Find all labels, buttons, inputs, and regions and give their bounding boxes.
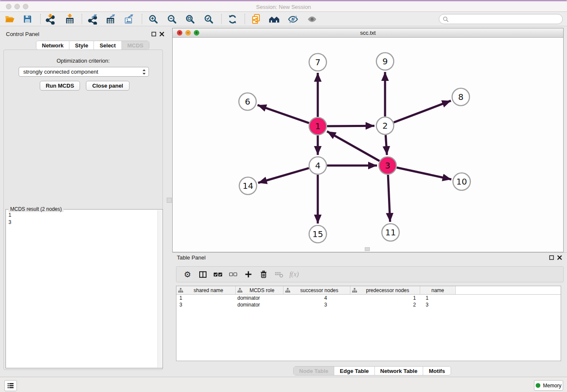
refresh-layout-button[interactable]: [226, 13, 239, 25]
graph-edge-3-10[interactable]: [397, 168, 451, 179]
graph-edge-2-8[interactable]: [394, 101, 451, 122]
tab-network[interactable]: Network: [36, 41, 69, 50]
tab-select[interactable]: Select: [94, 41, 121, 50]
cell-predecessor-nodes[interactable]: 1: [350, 295, 420, 301]
float-icon: [549, 255, 554, 260]
import-table-button[interactable]: [63, 13, 76, 25]
refresh-icon: [227, 14, 238, 25]
cell-successor-nodes[interactable]: 4: [284, 295, 350, 301]
search-input[interactable]: [451, 16, 559, 22]
deselect-all-button[interactable]: [226, 271, 241, 277]
task-history-button[interactable]: [4, 380, 17, 391]
criterion-dropdown[interactable]: strongly connected component: [19, 67, 149, 77]
cell-predecessor-nodes[interactable]: 2: [350, 301, 420, 308]
graph-node-label: 14: [242, 181, 253, 191]
homes-icon: [269, 14, 280, 25]
show-columns-button[interactable]: [195, 271, 210, 279]
cell-name[interactable]: 3: [420, 301, 456, 308]
graph-edge-3-1[interactable]: [327, 131, 380, 161]
delete-column-button[interactable]: [256, 271, 271, 278]
save-session-button[interactable]: [21, 13, 34, 25]
cell-mcds-role[interactable]: dominator: [236, 301, 284, 308]
table-panel-title: Table Panel: [177, 254, 206, 261]
show-all-networks-button[interactable]: [268, 13, 281, 25]
run-mcds-button[interactable]: Run MCDS: [40, 81, 80, 91]
table-close-button[interactable]: [557, 255, 562, 260]
tab-motifs[interactable]: Motifs: [423, 367, 450, 375]
memory-label: Memory: [543, 383, 561, 389]
export-network-button[interactable]: [86, 13, 99, 25]
cell-shared-name[interactable]: 1: [176, 295, 236, 301]
network-canvas[interactable]: 7968124314101511: [173, 38, 563, 252]
column-header-mcds-role[interactable]: MCDS role: [236, 286, 284, 295]
tab-style[interactable]: Style: [69, 41, 94, 50]
checked-boxes-icon: [213, 271, 223, 278]
open-session-button[interactable]: [3, 13, 16, 25]
graph-edge-2-3[interactable]: [385, 135, 387, 155]
control-panel: Control Panel Network Style Select MCDS …: [0, 26, 166, 377]
memory-button[interactable]: Memory: [534, 380, 563, 391]
import-network-icon: [45, 14, 56, 25]
zoom-selected-icon: [204, 14, 214, 25]
close-panel-button[interactable]: [160, 32, 164, 36]
column-header-name[interactable]: name: [420, 286, 456, 295]
header-spacer: [456, 286, 561, 295]
select-all-button[interactable]: [210, 271, 226, 278]
graph-edge-1-2[interactable]: [327, 126, 374, 126]
zoom-fit-button[interactable]: [184, 13, 196, 25]
graph-node-label: 11: [385, 227, 396, 237]
unchecked-boxes-icon: [229, 271, 237, 277]
result-scrollbar[interactable]: [157, 210, 162, 367]
clone-network-icon: [250, 14, 261, 25]
chevron-up-down-icon: [141, 68, 147, 76]
vertical-splitter-grip[interactable]: [167, 198, 172, 203]
cell-mcds-role[interactable]: dominator: [236, 295, 284, 301]
cell-shared-name[interactable]: 3: [176, 301, 236, 308]
graph-edge-1-6[interactable]: [258, 105, 309, 123]
tab-network-table[interactable]: Network Table: [374, 367, 423, 375]
zoom-out-button[interactable]: [165, 13, 178, 25]
hide-graphics-details-button[interactable]: [286, 13, 299, 25]
mcds-result-list: 1 3: [8, 212, 11, 226]
export-image-button[interactable]: [123, 13, 135, 25]
horizontal-splitter-grip[interactable]: [365, 247, 370, 251]
destroy-table-button[interactable]: [271, 271, 286, 279]
eye-slash-icon: [288, 14, 298, 25]
column-header-shared-name[interactable]: shared name: [176, 286, 236, 295]
create-column-button[interactable]: [241, 271, 256, 278]
mcds-result-title: MCDS result (2 nodes): [8, 206, 63, 212]
cell-successor-nodes[interactable]: 3: [284, 301, 350, 308]
tab-mcds[interactable]: MCDS: [121, 41, 149, 50]
table-float-button[interactable]: [549, 255, 554, 260]
cell-name[interactable]: 1: [420, 295, 456, 301]
mcds-result-box: MCDS result (2 nodes) 1 3: [6, 209, 163, 368]
trash-icon: [260, 271, 267, 278]
float-panel-button[interactable]: [151, 32, 156, 36]
export-table-button[interactable]: [105, 13, 117, 25]
import-network-button[interactable]: [44, 13, 57, 25]
tree-icon: [285, 288, 290, 293]
table-toolbar: ⚙ f(x): [176, 266, 564, 282]
close-panel-action-button[interactable]: Close panel: [86, 81, 129, 91]
tab-node-table[interactable]: Node Table: [294, 367, 334, 375]
optimization-criterion-label: Optimization criterion:: [0, 58, 166, 64]
main-toolbar: [0, 12, 567, 26]
column-header-predecessor-nodes[interactable]: predecessor nodes: [350, 286, 420, 295]
table-row[interactable]: 3 dominator 3 2 3: [176, 301, 561, 308]
tab-edge-table[interactable]: Edge Table: [334, 367, 374, 375]
graph-node-label: 2: [383, 121, 388, 131]
table-settings-button[interactable]: ⚙: [180, 270, 195, 279]
control-panel-title: Control Panel: [6, 31, 39, 37]
show-graphics-details-button[interactable]: [306, 13, 318, 25]
search-box[interactable]: [439, 14, 563, 24]
table-row[interactable]: 1 dominator 4 1 1: [176, 295, 561, 301]
graph-node-label: 15: [312, 229, 323, 239]
function-builder-button[interactable]: f(x): [286, 271, 302, 278]
zoom-in-button[interactable]: [147, 13, 160, 25]
graph-edge-3-11[interactable]: [388, 175, 390, 222]
column-header-successor-nodes[interactable]: successor nodes: [284, 286, 350, 295]
zoom-selected-button[interactable]: [202, 13, 215, 25]
network-window-titlebar[interactable]: × − + scc.txt: [173, 28, 563, 38]
graph-edge-4-14[interactable]: [258, 168, 309, 183]
clone-network-button[interactable]: [250, 13, 262, 25]
